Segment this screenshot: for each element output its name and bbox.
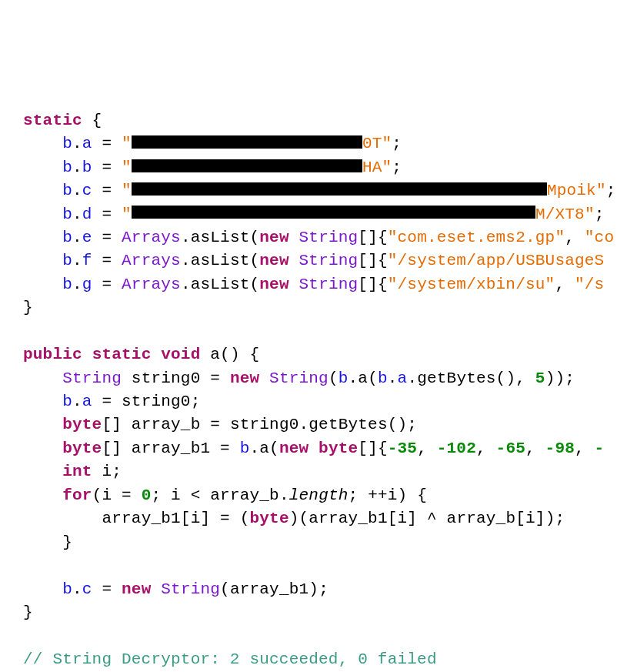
- redaction-bar: [132, 206, 535, 219]
- kw-static: static: [23, 112, 82, 129]
- code-block: static { b.a = "0T"; b.b = "HA"; b.c = "…: [23, 109, 637, 672]
- redaction-bar: [132, 159, 362, 172]
- comment: // String Decryptor: 2 succeeded, 0 fail…: [23, 650, 437, 668]
- method-a: a: [210, 346, 220, 363]
- redaction-bar: [132, 135, 362, 149]
- redaction-bar: [132, 182, 547, 196]
- var-b: b: [62, 135, 72, 152]
